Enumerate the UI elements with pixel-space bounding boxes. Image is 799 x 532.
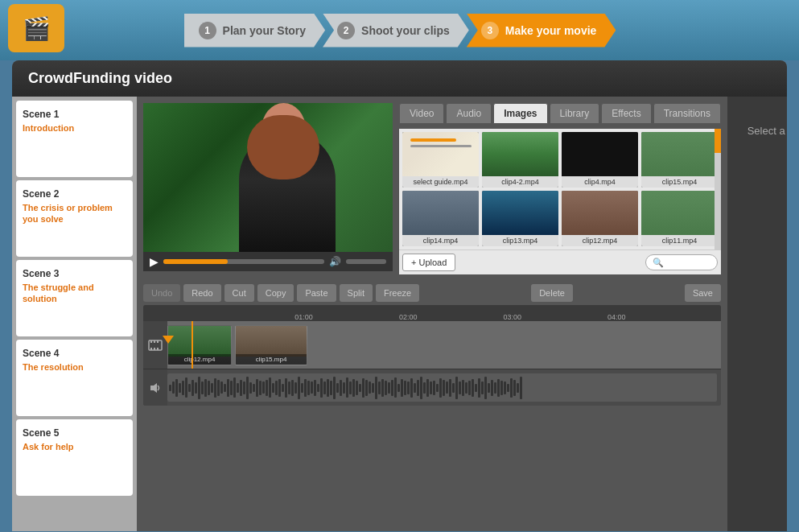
svg-rect-5 [154, 348, 155, 350]
media-tabs: Video Audio Images Library Effects Trans… [399, 103, 721, 124]
waveform-bars [167, 373, 524, 402]
media-item-5[interactable]: clip13.mp4 [482, 191, 558, 246]
clip-block-1[interactable]: clip12.mp4 [167, 325, 232, 365]
timeline-audio-track [143, 369, 721, 406]
scene-3-num: Scene 3 [23, 268, 126, 279]
scene-2-item[interactable]: Scene 2 The crisis or problem you solve [16, 180, 133, 257]
step-3-button[interactable]: 3 Make your movie [467, 14, 616, 47]
video-progress-bar[interactable] [163, 259, 324, 264]
step-1-num: 1 [199, 22, 216, 39]
clip-block-2[interactable]: clip15.mp4 [235, 325, 307, 365]
cut-button[interactable]: Cut [224, 284, 254, 302]
right-panel-text: Select a clip to edit properties [748, 125, 787, 137]
scene-4-num: Scene 4 [23, 348, 126, 359]
ruler-marks: 01:00 02:00 03:00 04:00 [200, 305, 721, 321]
step-1-button[interactable]: 1 Plan your Story [184, 14, 325, 47]
media-item-0[interactable]: select guide.mp4 [402, 132, 479, 188]
undo-button[interactable]: Undo [143, 284, 180, 302]
media-label-1: clip4-2.mp4 [482, 176, 558, 188]
media-grid: select guide.mp4 clip4-2.mp4 clip4.mp4 [399, 129, 721, 250]
right-panel: Select a clip to edit properties [727, 97, 787, 531]
clip-2-thumb [236, 326, 307, 357]
tab-effects[interactable]: Effects [601, 103, 651, 124]
svg-rect-2 [154, 340, 155, 343]
media-label-0: select guide.mp4 [402, 176, 479, 188]
app-logo: 🎬 [8, 4, 64, 52]
scenes-sidebar: Scene 1 Introduction Scene 2 The crisis … [12, 97, 137, 531]
redo-button[interactable]: Redo [183, 284, 220, 302]
video-track-icon [143, 321, 167, 369]
media-thumb-3 [641, 132, 718, 176]
media-panel: Video Audio Images Library Effects Trans… [399, 103, 721, 274]
playhead-line [192, 321, 193, 369]
scene-1-num: Scene 1 [23, 109, 126, 120]
video-preview [143, 103, 393, 252]
center-panel: ▶ 🔊 Video Audio Images Library [137, 97, 727, 531]
step-3-num: 3 [481, 22, 499, 39]
scene-5-label: Ask for help [23, 441, 126, 452]
step-2-button[interactable]: 2 Shoot your clips [323, 14, 469, 47]
ruler-mark-2: 02:00 [399, 313, 418, 321]
media-item-6[interactable]: clip12.mp4 [562, 191, 638, 246]
svg-rect-6 [157, 348, 159, 350]
app-title: CrowdFunding video [12, 60, 787, 97]
clip-1-label: clip12.mp4 [168, 354, 231, 365]
volume-bar[interactable] [346, 259, 386, 264]
svg-rect-1 [150, 340, 152, 343]
svg-marker-7 [150, 383, 157, 393]
media-item-4[interactable]: clip14.mp4 [402, 191, 479, 246]
video-figure [239, 131, 336, 252]
step-navigation: 1 Plan your Story 2 Shoot your clips 3 M… [184, 14, 616, 47]
split-button[interactable]: Split [340, 284, 373, 302]
video-progress-fill [163, 259, 228, 264]
freeze-button[interactable]: Freeze [376, 284, 419, 302]
video-controls: ▶ 🔊 [143, 252, 393, 271]
upload-button[interactable]: + Upload [402, 254, 455, 271]
scene-1-item[interactable]: Scene 1 Introduction [16, 101, 133, 177]
video-track-clips: clip12.mp4 clip15.mp4 [167, 321, 721, 369]
scene-3-item[interactable]: Scene 3 The struggle and solution [16, 260, 133, 336]
scene-1-label: Introduction [23, 122, 126, 134]
film-icon [148, 340, 163, 351]
media-item-3[interactable]: clip15.mp4 [641, 132, 718, 188]
step-2-label: Shoot your clips [361, 24, 450, 37]
copy-button[interactable]: Copy [257, 284, 294, 302]
media-label-5: clip13.mp4 [482, 235, 558, 246]
scene-4-label: The resolution [23, 361, 126, 373]
clip-1-thumb [168, 326, 231, 357]
tab-video[interactable]: Video [399, 103, 444, 124]
paste-button[interactable]: Paste [297, 284, 336, 302]
media-thumb-7 [641, 191, 718, 235]
video-preview-container: ▶ 🔊 [143, 103, 393, 274]
media-thumb-0 [402, 132, 479, 176]
play-button[interactable]: ▶ [150, 255, 159, 268]
content-area: Scene 1 Introduction Scene 2 The crisis … [12, 97, 787, 531]
scene-4-item[interactable]: Scene 4 The resolution [16, 340, 133, 416]
media-thumb-6 [562, 191, 638, 235]
step-1-label: Plan your Story [223, 24, 306, 37]
search-input[interactable] [645, 254, 718, 270]
media-item-7[interactable]: clip11.mp4 [641, 191, 718, 246]
tab-library[interactable]: Library [550, 103, 600, 124]
audio-waveform [167, 373, 717, 402]
svg-rect-4 [150, 348, 152, 350]
media-scrollbar[interactable] [715, 129, 721, 250]
tab-transitions[interactable]: Transitions [653, 103, 721, 124]
media-item-2[interactable]: clip4.mp4 [562, 132, 638, 188]
media-thumb-1 [482, 132, 558, 176]
save-button[interactable]: Save [685, 284, 721, 302]
step-3-label: Make your movie [505, 24, 597, 37]
step-2-num: 2 [337, 22, 355, 39]
tab-images[interactable]: Images [493, 103, 547, 124]
media-label-2: clip4.mp4 [562, 176, 638, 188]
media-label-6: clip12.mp4 [562, 235, 638, 246]
tab-audio[interactable]: Audio [446, 103, 492, 124]
media-item-1[interactable]: clip4-2.mp4 [482, 132, 558, 188]
playhead-arrow [163, 336, 174, 344]
delete-button[interactable]: Delete [531, 284, 573, 302]
media-thumb-2 [562, 132, 638, 176]
scene-5-item[interactable]: Scene 5 Ask for help [16, 419, 133, 496]
ruler-mark-3: 03:00 [504, 313, 522, 321]
scene-2-num: Scene 2 [23, 188, 126, 200]
audio-track-icon [143, 369, 167, 406]
